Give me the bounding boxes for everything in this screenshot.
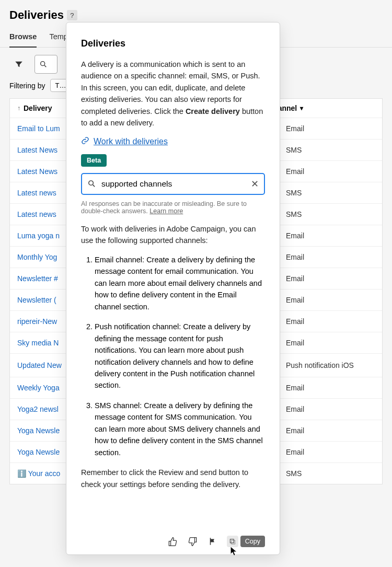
- channel-label: SMS: [286, 210, 302, 218]
- channel-label: Email: [286, 167, 304, 176]
- flag-icon[interactable]: [207, 536, 218, 547]
- tab-browse[interactable]: Browse: [9, 29, 37, 47]
- beta-badge: Beta: [81, 154, 107, 167]
- column-delivery[interactable]: Delivery: [24, 104, 52, 112]
- sort-asc-icon[interactable]: ↑: [17, 105, 20, 112]
- channel-label: Email: [286, 124, 304, 133]
- answer-item: Email channel: Create a delivery by defi…: [95, 254, 265, 313]
- answer-item: Push notification channel: Create a deli…: [95, 321, 265, 391]
- svg-point-0: [41, 62, 45, 66]
- cursor-icon: [230, 546, 238, 557]
- thumbs-down-icon[interactable]: [187, 536, 199, 547]
- help-popup: Deliveries A delivery is a communication…: [66, 22, 280, 555]
- svg-rect-26: [231, 540, 235, 544]
- ai-search-box[interactable]: ✕: [81, 173, 265, 195]
- channel-label: SMS: [286, 189, 302, 197]
- thumbs-up-icon[interactable]: [167, 536, 179, 547]
- chevron-down-icon[interactable]: ▾: [300, 105, 303, 112]
- copy-tooltip: Copy: [240, 536, 265, 547]
- page-title: Deliveries: [9, 8, 64, 22]
- filter-icon[interactable]: [9, 55, 28, 74]
- work-with-deliveries-link[interactable]: Work with deliveries: [94, 137, 168, 146]
- answer-item: SMS channel: Create a delivery by defini…: [95, 400, 265, 458]
- clear-icon[interactable]: ✕: [251, 178, 259, 190]
- learn-more-link[interactable]: Learn more: [149, 207, 183, 215]
- svg-line-25: [93, 185, 95, 187]
- channel-label: Email: [286, 405, 304, 413]
- ai-answer: To work with deliveries in Adobe Campaig…: [81, 223, 265, 531]
- channel-label: Email: [286, 339, 304, 347]
- svg-rect-27: [230, 539, 234, 542]
- channel-label: Email: [286, 253, 304, 261]
- channel-label: Email: [286, 448, 304, 456]
- link-icon: [81, 136, 89, 147]
- popup-description: A delivery is a communication which is s…: [81, 59, 265, 129]
- channel-label: Email: [286, 232, 304, 240]
- svg-line-1: [44, 65, 46, 67]
- popup-title: Deliveries: [81, 38, 265, 49]
- ai-search-input[interactable]: [100, 179, 251, 189]
- filtering-label: Filtering by: [9, 82, 45, 90]
- channel-label: Email: [286, 384, 304, 392]
- channel-label: Push notification iOS: [286, 361, 354, 369]
- copy-icon[interactable]: [227, 536, 238, 547]
- channel-label: SMS: [286, 469, 302, 478]
- help-icon[interactable]: ?: [67, 10, 77, 20]
- channel-label: Email: [286, 274, 304, 283]
- svg-point-24: [89, 181, 94, 186]
- ai-disclaimer: AI responses can be inaccurate or mislea…: [81, 200, 265, 215]
- search-input[interactable]: [34, 55, 57, 74]
- channel-label: Email: [286, 426, 304, 435]
- channel-label: SMS: [286, 146, 302, 154]
- channel-label: Email: [286, 296, 304, 304]
- channel-label: Email: [286, 317, 304, 326]
